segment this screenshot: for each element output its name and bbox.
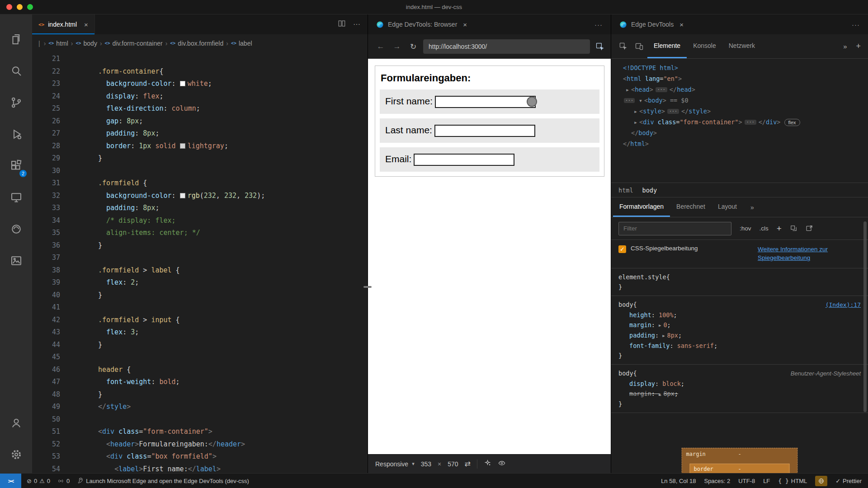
- open-in-sources-icon[interactable]: [806, 225, 813, 232]
- breadcrumb-item[interactable]: <>label: [231, 40, 252, 47]
- panel-more-icon[interactable]: ···: [852, 21, 860, 28]
- remote-explorer-icon[interactable]: [0, 182, 32, 213]
- breadcrumb-item[interactable]: <>html: [48, 40, 68, 47]
- remote-indicator[interactable]: ><: [0, 474, 21, 488]
- dom-node[interactable]: </body>: [611, 127, 868, 138]
- viewport-height[interactable]: 570: [448, 460, 458, 468]
- device-emulation-icon[interactable]: [631, 34, 647, 58]
- formatter-indicator[interactable]: ✓ Prettier: [835, 478, 862, 484]
- minimize-window-button[interactable]: [17, 4, 23, 10]
- node-menu-icon[interactable]: ···: [624, 98, 635, 103]
- problems-indicator[interactable]: ⊘ 0 ⚠ 0: [27, 478, 50, 484]
- media-preview-icon[interactable]: [0, 245, 32, 277]
- mirror-info-link[interactable]: Weitere Informationen zur Spiegelbearbei…: [758, 245, 861, 262]
- css-property[interactable]: margin: ▶8px;: [618, 389, 861, 399]
- wand-icon[interactable]: [484, 459, 491, 469]
- language-indicator[interactable]: { } HTML: [778, 478, 807, 484]
- devtools-tab-konsole[interactable]: Konsole: [687, 34, 722, 58]
- cursor-position[interactable]: Ln 58, Col 18: [661, 478, 696, 484]
- styles-filter-input[interactable]: [618, 222, 731, 235]
- new-style-rule-button[interactable]: +: [777, 224, 782, 234]
- css-property[interactable]: height: 100%;: [618, 310, 861, 320]
- open-in-browser-button[interactable]: [815, 476, 827, 486]
- breadcrumb-item[interactable]: <>div.box.formfield: [170, 40, 223, 47]
- inspect-icon[interactable]: [615, 34, 631, 58]
- account-icon[interactable]: [0, 407, 32, 439]
- encoding-indicator[interactable]: UTF-8: [738, 478, 755, 484]
- computed-styles-icon[interactable]: [790, 225, 797, 232]
- dom-tree[interactable]: <!DOCTYPE html><html lang="en">▶<head>··…: [611, 59, 868, 183]
- dom-node[interactable]: ▶<div class="form-container">···</div>fl…: [611, 117, 868, 127]
- toggle-hover-state[interactable]: :hov: [740, 225, 751, 232]
- style-tab-formatvorlagen[interactable]: Formatvorlagen: [613, 197, 670, 217]
- split-editor-icon[interactable]: [338, 19, 346, 29]
- source-control-icon[interactable]: [0, 87, 32, 118]
- dom-crumb-body[interactable]: body: [642, 187, 657, 194]
- add-tab-icon[interactable]: +: [856, 42, 861, 51]
- css-property[interactable]: padding: ▶8px;: [618, 330, 861, 341]
- explorer-icon[interactable]: [0, 23, 32, 55]
- flex-badge[interactable]: flex: [784, 119, 800, 126]
- css-property[interactable]: font-family: sans-serif;: [618, 341, 861, 351]
- inspect-element-icon[interactable]: [595, 42, 604, 51]
- expand-arrow-icon[interactable]: ▶: [632, 117, 639, 128]
- devtools-panel-header: Edge DevTools × ···: [611, 14, 868, 34]
- breadcrumb-item[interactable]: <>div.form-container: [105, 40, 163, 47]
- sash-handle[interactable]: [363, 286, 372, 288]
- css-property[interactable]: display: block;: [618, 379, 861, 389]
- ports-indicator[interactable]: 0: [57, 478, 70, 484]
- back-icon[interactable]: ←: [374, 42, 387, 51]
- device-selector[interactable]: Responsive: [375, 460, 408, 468]
- run-debug-icon[interactable]: [0, 118, 32, 150]
- reload-icon[interactable]: ↻: [407, 42, 420, 52]
- devtools-tab-elemente[interactable]: Elemente: [647, 34, 687, 58]
- launch-edge-button[interactable]: Launch Microsoft Edge and open the Edge …: [77, 478, 249, 484]
- text-input[interactable]: [435, 96, 536, 108]
- code-editor[interactable]: 2122.form-container{23 background-color:…: [32, 52, 368, 473]
- expand-arrow-icon[interactable]: ▶: [632, 106, 639, 117]
- more-style-tabs-icon[interactable]: »: [750, 197, 754, 217]
- close-panel-icon[interactable]: ×: [679, 21, 684, 28]
- text-input[interactable]: [414, 154, 514, 166]
- code-line: 51<div class="form-container">: [32, 426, 368, 438]
- expand-arrow-icon[interactable]: ▼: [637, 95, 644, 106]
- extensions-icon[interactable]: 2: [0, 150, 32, 182]
- mirror-editing-checkbox[interactable]: ✓: [618, 245, 626, 253]
- search-icon[interactable]: [0, 55, 32, 87]
- dom-node[interactable]: ▶<style>···</style>: [611, 106, 868, 117]
- style-tab-layout[interactable]: Layout: [712, 197, 743, 217]
- dom-crumb-html[interactable]: html: [618, 187, 633, 194]
- stylesheet-link[interactable]: (Index):17: [826, 300, 861, 310]
- dom-node[interactable]: ···▼<body> == $0: [611, 95, 868, 106]
- expand-arrow-icon[interactable]: ▶: [624, 84, 631, 95]
- close-window-button[interactable]: [6, 4, 12, 10]
- more-tabs-icon[interactable]: »: [843, 42, 847, 50]
- dom-node[interactable]: <html lang="en">: [611, 73, 868, 84]
- browser-panel-title: Edge DevTools: Browser: [388, 21, 457, 28]
- eol-indicator[interactable]: LF: [763, 478, 770, 484]
- eye-icon[interactable]: [498, 459, 506, 469]
- dom-node[interactable]: <!DOCTYPE html>: [611, 62, 868, 73]
- forward-icon[interactable]: →: [391, 42, 403, 51]
- url-input[interactable]: [423, 39, 590, 54]
- devtools-tab-netzwerk[interactable]: Netzwerk: [722, 34, 761, 58]
- maximize-window-button[interactable]: [27, 4, 33, 10]
- rotate-viewport-icon[interactable]: ⇄: [465, 460, 471, 468]
- css-property[interactable]: margin: ▶0;: [618, 320, 861, 330]
- breadcrumb-item[interactable]: <>body: [75, 40, 97, 47]
- dom-node[interactable]: ▶<head>···</head>: [611, 84, 868, 95]
- editor-more-actions-icon[interactable]: ···: [353, 20, 360, 28]
- viewport-width[interactable]: 353: [421, 460, 431, 468]
- dom-node[interactable]: </html>: [611, 138, 868, 149]
- tab-index-html[interactable]: <> index.html ×: [32, 14, 95, 34]
- indentation-indicator[interactable]: Spaces: 2: [704, 478, 730, 484]
- azure-icon[interactable]: [0, 213, 32, 245]
- close-tab-icon[interactable]: ×: [84, 21, 88, 28]
- panel-more-icon[interactable]: ···: [594, 21, 603, 28]
- toggle-element-classes[interactable]: .cls: [760, 225, 769, 232]
- settings-gear-icon[interactable]: [0, 439, 32, 470]
- scrollbar-thumb[interactable]: [863, 221, 867, 412]
- close-panel-icon[interactable]: ×: [463, 21, 467, 28]
- style-tab-berechnet[interactable]: Berechnet: [670, 197, 712, 217]
- text-input[interactable]: [434, 125, 535, 137]
